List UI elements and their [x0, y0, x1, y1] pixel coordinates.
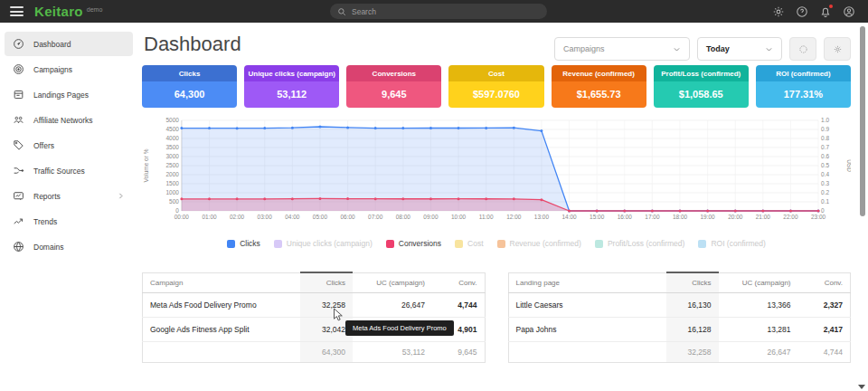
legend-item-conversions[interactable]: Conversions: [386, 239, 441, 248]
stat-card-clicks[interactable]: Clicks64,300: [142, 65, 237, 108]
gauge-icon: [13, 38, 24, 50]
svg-text:5000: 5000: [165, 117, 179, 123]
sidebar-item-affiliate-networks[interactable]: Affiliate Networks: [5, 108, 133, 132]
sidebar-item-reports[interactable]: Reports: [5, 184, 133, 208]
svg-text:1000: 1000: [165, 189, 179, 196]
table-cell: Little Caesars: [508, 293, 666, 318]
menu-icon[interactable]: [10, 5, 24, 19]
legend-label: Profit/Loss (confirmed): [608, 239, 685, 248]
topbar-icons: [772, 5, 855, 18]
table-cell: Google Ads Fitness App Split: [143, 318, 301, 342]
svg-text:00:00: 00:00: [175, 214, 190, 220]
svg-text:2500: 2500: [165, 162, 179, 168]
row-tooltip: Meta Ads Food Delivery Promo: [345, 320, 454, 336]
sidebar-item-label: Reports: [33, 192, 61, 201]
svg-text:0.1: 0.1: [821, 198, 829, 205]
account-icon[interactable]: [843, 5, 855, 18]
scrollbar-thumb[interactable]: [860, 26, 865, 216]
stat-card-revenue-confirmed[interactable]: Revenue (confirmed)$1,655.73: [552, 65, 646, 108]
date-range-select[interactable]: Today: [697, 37, 782, 61]
traffic-chart-svg: 005000.110000.215000.320000.425000.53000…: [142, 115, 851, 229]
stat-card-conversions[interactable]: Conversions9,645: [346, 65, 441, 108]
table-cell: 13,281: [719, 318, 798, 342]
stat-cards: Clicks64,300Unique clicks (campaign)53,1…: [142, 65, 851, 108]
sidebar-item-campaigns[interactable]: Campaigns: [5, 57, 133, 81]
legend-label: Revenue (confirmed): [510, 239, 581, 248]
legend-item-revenue-confirmed[interactable]: Revenue (confirmed): [497, 239, 581, 248]
campaigns-filter-select[interactable]: Campaigns: [554, 37, 690, 61]
sidebar-item-label: Affiliate Networks: [33, 116, 93, 125]
stat-card-roi-confirmed[interactable]: ROI (confirmed)177.31%: [756, 65, 851, 108]
table-row[interactable]: Little Caesars16,13013,3662,327: [508, 293, 851, 318]
column-header-landing-page[interactable]: Landing page: [508, 272, 666, 293]
legend-item-roi-confirmed[interactable]: ROI (confirmed): [698, 239, 765, 248]
svg-text:21:00: 21:00: [756, 214, 771, 220]
legend-item-profit-loss-confirmed[interactable]: Profit/Loss (confirmed): [595, 239, 685, 248]
sidebar-item-offers[interactable]: Offers: [5, 133, 133, 157]
svg-text:18:00: 18:00: [673, 214, 688, 220]
stat-card-label: Unique clicks (campaign): [244, 65, 339, 81]
sidebar-item-domains[interactable]: Domains: [5, 234, 133, 259]
search-box[interactable]: [330, 4, 547, 19]
legend-swatch: [698, 240, 706, 248]
svg-text:3500: 3500: [165, 144, 179, 150]
column-header-campaign[interactable]: Campaign: [143, 272, 301, 293]
stat-card-value: $597.0760: [448, 81, 543, 108]
stat-card-profit-loss-confirmed[interactable]: Profit/Loss (confirmed)$1,058.65: [654, 65, 749, 108]
svg-text:14:00: 14:00: [561, 214, 577, 220]
brand-logo[interactable]: Keitaro demo: [34, 4, 102, 19]
svg-text:4500: 4500: [165, 126, 179, 132]
refresh-button[interactable]: [789, 37, 816, 61]
svg-text:1.0: 1.0: [821, 117, 829, 123]
svg-text:03:00: 03:00: [258, 214, 273, 220]
tag-icon: [13, 139, 24, 151]
svg-text:0.6: 0.6: [821, 153, 829, 159]
notifications-bell-icon[interactable]: [819, 5, 832, 18]
stat-card-value: $1,655.73: [552, 81, 646, 108]
scrollbar-down-arrow[interactable]: [858, 385, 865, 389]
legend-item-unique-clicks-campaign[interactable]: Unique clicks (campaign): [274, 239, 373, 248]
table-row[interactable]: Meta Ads Food Delivery Promo32,25826,647…: [143, 293, 486, 318]
sidebar-item-trends[interactable]: Trends: [5, 209, 133, 234]
svg-text:0.8: 0.8: [821, 135, 829, 141]
help-icon[interactable]: [796, 5, 808, 18]
column-header-clicks[interactable]: Clicks: [666, 272, 719, 293]
table-cell: 16,130: [666, 293, 719, 318]
column-header-uc-campaign[interactable]: UC (campaign): [353, 272, 432, 293]
column-header-conv[interactable]: Conv.: [798, 272, 851, 293]
svg-text:17:00: 17:00: [645, 214, 660, 220]
totals-cell: [508, 342, 666, 363]
topbar: Keitaro demo: [0, 0, 868, 23]
stat-card-unique-clicks-campaign[interactable]: Unique clicks (campaign)53,112: [244, 65, 339, 108]
campaigns-table: CampaignClicksUC (campaign)Conv.Meta Ads…: [142, 272, 486, 363]
svg-text:16:00: 16:00: [618, 214, 633, 220]
search-input[interactable]: [352, 7, 540, 16]
column-header-conv[interactable]: Conv.: [432, 272, 485, 293]
column-header-uc-campaign[interactable]: UC (campaign): [719, 272, 798, 293]
sidebar-item-traffic-sources[interactable]: Traffic Sources: [5, 158, 133, 183]
stat-card-cost[interactable]: Cost$597.0760: [448, 65, 543, 108]
svg-text:08:00: 08:00: [396, 214, 411, 220]
svg-text:4000: 4000: [165, 135, 179, 141]
legend-item-clicks[interactable]: Clicks: [227, 239, 260, 248]
settings-icon[interactable]: [772, 5, 785, 18]
stat-card-value: 9,645: [346, 81, 441, 108]
legend-label: Clicks: [240, 239, 260, 248]
landing-pages-table: Landing pageClicksUC (campaign)Conv.Litt…: [508, 272, 852, 363]
svg-text:20:00: 20:00: [728, 214, 743, 220]
svg-text:0.7: 0.7: [821, 144, 829, 150]
legend-item-cost[interactable]: Cost: [455, 239, 483, 248]
globe-icon: [13, 241, 24, 253]
dashboard-settings-button[interactable]: [824, 37, 851, 61]
legend-label: Unique clicks (campaign): [287, 239, 373, 248]
totals-cell: 4,744: [798, 342, 851, 363]
sidebar-item-dashboard[interactable]: Dashboard: [5, 32, 133, 56]
traffic-chart: 005000.110000.215000.320000.425000.53000…: [142, 115, 851, 248]
svg-text:10:00: 10:00: [451, 214, 467, 220]
sidebar-item-label: Dashboard: [33, 40, 71, 49]
sidebar-item-label: Trends: [33, 217, 57, 226]
column-header-clicks[interactable]: Clicks: [300, 272, 353, 293]
sidebar-item-landings-pages[interactable]: Landings Pages: [5, 82, 133, 107]
totals-cell: 64,300: [300, 342, 353, 363]
table-row[interactable]: Papa Johns16,12813,2812,417: [508, 318, 851, 342]
